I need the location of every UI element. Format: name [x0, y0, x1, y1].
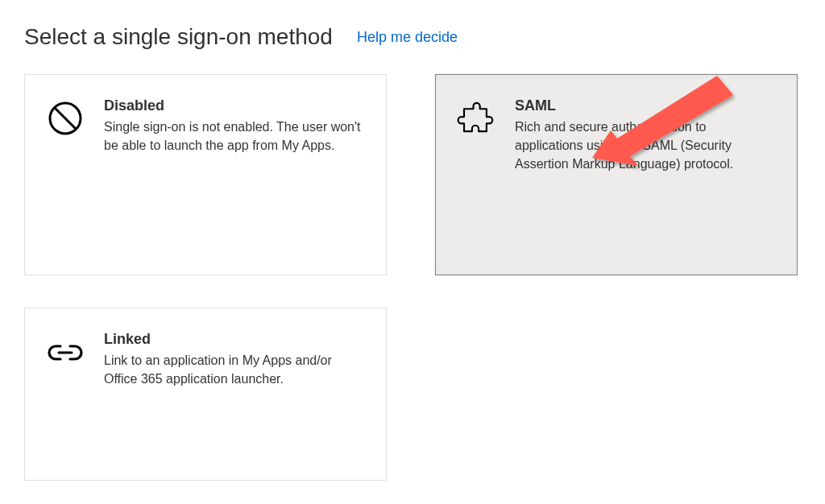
sso-method-grid: Disabled Single sign-on is not enabled. …	[24, 74, 801, 481]
puzzle-icon	[455, 97, 497, 139]
card-description: Link to an application in My Apps and/or…	[104, 351, 363, 388]
sso-option-linked[interactable]: Linked Link to an application in My Apps…	[24, 308, 387, 481]
card-content: Linked Link to an application in My Apps…	[104, 331, 363, 388]
sso-option-saml[interactable]: SAML Rich and secure authentication to a…	[435, 74, 798, 275]
card-title: SAML	[515, 97, 774, 114]
disabled-icon	[44, 97, 86, 139]
svg-line-1	[55, 108, 76, 129]
card-content: SAML Rich and secure authentication to a…	[515, 97, 774, 174]
header: Select a single sign-on method Help me d…	[24, 24, 801, 50]
link-icon	[44, 331, 86, 373]
help-me-decide-link[interactable]: Help me decide	[357, 29, 458, 46]
card-content: Disabled Single sign-on is not enabled. …	[104, 97, 363, 155]
card-title: Disabled	[104, 97, 363, 114]
card-description: Single sign-on is not enabled. The user …	[104, 118, 363, 155]
card-title: Linked	[104, 331, 363, 348]
sso-option-disabled[interactable]: Disabled Single sign-on is not enabled. …	[24, 74, 387, 275]
page-title: Select a single sign-on method	[24, 24, 333, 50]
card-description: Rich and secure authentication to applic…	[515, 118, 774, 174]
